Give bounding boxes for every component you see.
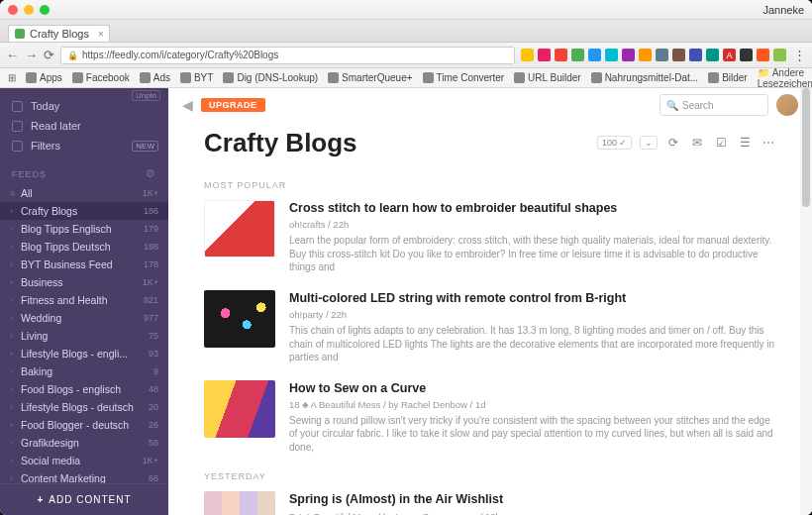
bookmark-item[interactable]: Nahrungsmittel-Dat... (591, 72, 698, 83)
sidebar-item[interactable]: Read later (0, 116, 168, 136)
sidebar-item-icon (12, 121, 23, 132)
article-item[interactable]: Multi-colored LED string with remote con… (204, 290, 776, 364)
sidebar-item[interactable]: Today (0, 96, 168, 116)
search-input[interactable]: 🔍 Search (660, 94, 768, 116)
ext-icon[interactable] (672, 49, 685, 61)
close-window[interactable] (8, 5, 18, 15)
close-tab-icon[interactable]: × (98, 29, 104, 40)
chevron-icon: › (10, 420, 18, 430)
feed-item[interactable]: ›Food Blogger - deutsch26 (0, 416, 168, 434)
more-icon[interactable]: ⋯ (761, 135, 776, 151)
mail-icon[interactable]: ✉ (689, 135, 705, 151)
bookmark-icon (72, 72, 83, 83)
bookmark-item[interactable]: SmarterQueue+ (328, 72, 412, 83)
feed-label: Lifestyle Blogs - deutsch (21, 401, 149, 413)
view-count-chip[interactable]: 100✓ (597, 136, 632, 150)
ext-icon[interactable] (706, 49, 719, 61)
feed-item[interactable]: ›Social media1K+ (0, 452, 168, 469)
ext-icon[interactable] (773, 49, 786, 61)
ext-icon[interactable] (521, 49, 534, 61)
reload-button[interactable]: ⟳ (44, 48, 54, 62)
address-bar[interactable]: 🔒 https://feedly.com/i/category/Crafty%2… (60, 47, 515, 64)
ext-icon[interactable] (757, 49, 769, 61)
list-view-icon[interactable]: ☰ (737, 135, 753, 151)
upgrade-button[interactable]: UPGRADE (201, 98, 265, 112)
chevron-icon: › (10, 295, 18, 305)
ext-icon[interactable]: A (723, 49, 736, 61)
maximize-window[interactable] (40, 5, 50, 15)
bookmark-item[interactable]: BYT (180, 72, 213, 83)
add-content-button[interactable]: +ADD CONTENT (0, 483, 168, 515)
scrollbar[interactable] (800, 88, 812, 515)
check-all-icon[interactable]: ☑ (713, 135, 729, 151)
browser-tab[interactable]: Crafty Blogs × (8, 25, 110, 42)
feed-item[interactable]: ›BYT Business Feed178 (0, 256, 168, 273)
gear-icon[interactable]: ⚙ (146, 167, 156, 180)
feed-item[interactable]: ›Baking9 (0, 362, 168, 380)
ext-icon[interactable] (605, 49, 618, 61)
bookmark-item[interactable]: Dig (DNS-Lookup) (223, 72, 318, 83)
feed-item[interactable]: ›Business1K+ (0, 273, 168, 291)
feed-item[interactable]: ›Crafty Blogs186 (0, 202, 168, 220)
bookmark-item[interactable]: Apps (26, 72, 62, 83)
feed-label: Food Blogs - englisch (21, 383, 149, 395)
section-header: YESTERDAY (204, 471, 776, 481)
bookmark-item[interactable]: URL Builder (514, 72, 581, 83)
page-title: Crafty Blogs (204, 128, 357, 158)
avatar[interactable] (776, 94, 798, 116)
scrollbar-thumb[interactable] (802, 88, 810, 207)
article-meta: 18 ♣ A Beautiful Mess / by Rachel Denbow… (289, 399, 776, 410)
feed-item[interactable]: ›Wedding977 (0, 309, 168, 327)
feeds-header: FEEDS (12, 169, 47, 179)
menu-icon[interactable]: ⋮ (793, 48, 806, 62)
bookmark-item[interactable]: Ads (140, 72, 170, 83)
refresh-icon[interactable]: ⟳ (665, 135, 681, 151)
feed-item[interactable]: ≡All1K+ (0, 184, 168, 202)
feed-item[interactable]: ›Content Marketing66 (0, 469, 168, 483)
sidebar-item[interactable]: FiltersNEW (0, 136, 168, 155)
chevron-icon: › (10, 473, 18, 483)
article-item[interactable]: How to Sew on a Curve18 ♣ A Beautiful Me… (204, 380, 776, 455)
feed-item[interactable]: ›Lifestyle Blogs - deutsch20 (0, 398, 168, 416)
feed-item[interactable]: ›Blog Tipps Deutsch198 (0, 238, 168, 256)
feed-count: 58 (149, 438, 158, 448)
chevron-down-icon: ⌄ (645, 138, 653, 148)
apps-icon[interactable]: ⊞ (8, 72, 16, 83)
ext-icon[interactable] (622, 49, 635, 61)
feed-item[interactable]: ›Food Blogs - englisch48 (0, 380, 168, 398)
article-title: Cross stitch to learn how to embroider b… (289, 200, 776, 216)
feed-item[interactable]: ›Fitness and Health821 (0, 291, 168, 309)
ext-icon[interactable] (571, 49, 584, 61)
ext-icon[interactable] (588, 49, 601, 61)
bookmark-item[interactable]: Time Converter (423, 72, 505, 83)
chevron-icon: › (10, 277, 18, 287)
ext-icon[interactable] (656, 49, 668, 61)
other-bookmarks[interactable]: 📁Andere Lesezeichen (758, 67, 812, 89)
ext-icon[interactable] (639, 49, 652, 61)
feed-count: 821 (144, 295, 158, 305)
feed-count: 179 (144, 224, 158, 234)
article-meta: 7 ♣ A Beautiful Mess / by Laura Gummerma… (289, 511, 776, 516)
feed-item[interactable]: ›Blog Tipps Englisch179 (0, 220, 168, 238)
chevron-icon: › (10, 349, 18, 359)
article-item[interactable]: Cross stitch to learn how to embroider b… (204, 200, 776, 274)
article-meta: oh!party / 22h (289, 309, 776, 320)
minimize-window[interactable] (24, 5, 34, 15)
feed-item[interactable]: ›Grafikdesign58 (0, 434, 168, 452)
lock-icon: 🔒 (67, 51, 78, 60)
back-icon[interactable]: ◀ (182, 97, 193, 113)
back-button[interactable]: ← (6, 48, 19, 62)
feed-item[interactable]: ›Living75 (0, 327, 168, 345)
tab-title: Crafty Blogs (30, 28, 89, 40)
ext-icon[interactable] (555, 49, 567, 61)
forward-button[interactable]: → (25, 48, 38, 62)
dropdown-chip[interactable]: ⌄ (640, 136, 658, 150)
article-item[interactable]: Spring is (Almost) in the Air Wishlist7 … (204, 491, 776, 515)
ext-icon[interactable] (538, 49, 551, 61)
search-icon: 🔍 (666, 100, 678, 111)
feed-item[interactable]: ›Lifestyle Blogs - engli...93 (0, 345, 168, 362)
bookmark-item[interactable]: Bilder (708, 72, 748, 83)
ext-icon[interactable] (740, 49, 753, 61)
ext-icon[interactable] (689, 49, 702, 61)
bookmark-item[interactable]: Facebook (72, 72, 130, 83)
